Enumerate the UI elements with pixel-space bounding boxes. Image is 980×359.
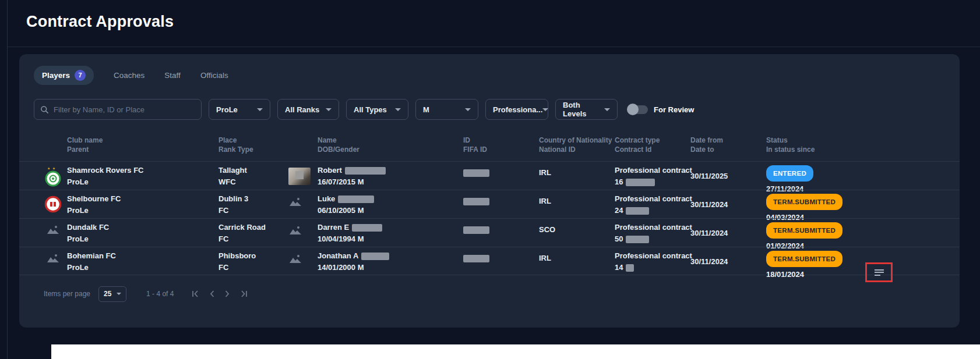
id-cell: [463, 253, 489, 264]
contract-type-dropdown[interactable]: Professiona...: [485, 99, 548, 120]
last-page-icon[interactable]: [239, 290, 248, 298]
filter-bar: ProLe All Ranks All Types M Professiona.…: [34, 99, 694, 120]
pagination-range: 1 - 4 of 4: [146, 290, 174, 298]
first-page-icon[interactable]: [191, 290, 200, 298]
table-row[interactable]: Shelbourne FC ProLe Dublin 3 FC Luke 06/…: [19, 190, 960, 218]
place: Tallaght: [218, 165, 247, 176]
levels-dropdown[interactable]: Both Levels: [555, 99, 618, 120]
items-per-page-label: Items per page: [44, 290, 90, 298]
page-size-dropdown[interactable]: 25: [98, 286, 126, 302]
chevron-down-icon: [542, 108, 548, 111]
tab-officials[interactable]: Officials: [200, 71, 228, 80]
for-review-toggle[interactable]: [628, 105, 648, 114]
club-parent: ProLe: [67, 176, 144, 188]
status-badge: TERM.SUBMITTED: [766, 222, 842, 239]
dob-gender: 10/04/1994 M: [318, 233, 382, 245]
name-cell: Luke 06/10/2005 M: [318, 193, 374, 216]
table-row[interactable]: Shamrock Rovers FC ProLe Tallaght WFC Ro…: [19, 161, 960, 190]
levels-dropdown-value: Both Levels: [563, 101, 604, 118]
place: Carrick Road: [218, 222, 266, 233]
header-divider: [8, 47, 980, 47]
status-cell: TERM.SUBMITTED 18/01/2024: [766, 251, 842, 280]
league-dropdown-value: ProLe: [216, 105, 238, 114]
redacted-block: [626, 207, 649, 215]
tab-players[interactable]: Players 7: [34, 66, 94, 85]
col-place: Place Rank Type: [218, 136, 253, 154]
status-since: 18/01/2024: [766, 269, 842, 280]
chevron-down-icon: [117, 293, 121, 295]
club-cell: Bohemian FC ProLe: [67, 250, 116, 273]
next-page-icon[interactable]: [224, 290, 231, 298]
table-header: Club name Parent Place Rank Type Name DO…: [19, 136, 960, 161]
col-status: Status In status since: [766, 136, 815, 154]
pagination-bar: Items per page 25 1 - 4 of 4: [44, 285, 248, 303]
country: IRL: [539, 253, 551, 264]
redacted-block: [463, 198, 489, 205]
id-cell: [463, 167, 489, 179]
club-name: Shamrock Rovers FC: [67, 165, 144, 176]
redacted-block: [626, 264, 634, 272]
types-dropdown[interactable]: All Types: [346, 99, 408, 120]
table-row[interactable]: Bohemian FC ProLe Phibsboro FC Jonathan …: [19, 247, 960, 275]
status-badge: TERM.SUBMITTED: [766, 194, 842, 210]
image-placeholder-icon: [288, 225, 302, 236]
search-input[interactable]: [54, 105, 195, 114]
page-size-value: 25: [104, 290, 111, 298]
status-badge: ENTERED: [766, 165, 813, 182]
rank-type: FC: [218, 205, 248, 216]
sidebar-edge-line: [7, 0, 8, 359]
country: SCO: [539, 224, 555, 236]
redacted-block: [352, 224, 382, 232]
club-crest-placeholder: [43, 224, 64, 239]
redacted-block: [361, 253, 389, 260]
player-photo-placeholder: [288, 196, 302, 211]
redacted-block: [463, 169, 489, 177]
country: IRL: [539, 167, 551, 179]
pager-buttons: [191, 290, 248, 298]
player-name: Luke: [318, 194, 335, 203]
club-crest-placeholder: [43, 253, 64, 268]
club-parent: ProLe: [67, 233, 109, 245]
ranks-dropdown[interactable]: All Ranks: [277, 99, 339, 120]
previous-page-icon[interactable]: [209, 290, 216, 298]
align-left-icon[interactable]: [875, 268, 884, 277]
redacted-block: [463, 226, 489, 234]
id-cell: [463, 196, 489, 207]
rank-type: FC: [218, 262, 256, 273]
league-dropdown[interactable]: ProLe: [209, 99, 270, 120]
date-from: 30/11/2024: [690, 256, 728, 268]
tab-coaches[interactable]: Coaches: [114, 71, 144, 80]
date-from-cell: 30/11/2024: [690, 256, 728, 268]
name-cell: Jonathan A 14/01/2000 M: [318, 250, 389, 273]
player-photo: [288, 168, 311, 185]
contract-type-dropdown-value: Professiona...: [493, 105, 542, 114]
tab-staff[interactable]: Staff: [164, 71, 181, 80]
club-name: Bohemian FC: [67, 250, 116, 262]
country-cell: SCO: [539, 224, 555, 236]
dob-gender: 06/10/2005 M: [318, 205, 374, 216]
gender-dropdown[interactable]: M: [415, 99, 478, 120]
date-from: 30/11/2024: [690, 199, 728, 211]
place: Phibsboro: [218, 250, 256, 262]
country-cell: IRL: [539, 253, 551, 264]
col-name: Name DOB/Gender: [318, 136, 359, 154]
table-row[interactable]: Dundalk FC ProLe Carrick Road FC Darren …: [19, 218, 960, 247]
col-contract: Contract type Contract Id: [615, 136, 660, 154]
players-count-badge: 7: [75, 70, 86, 81]
player-name: Jonathan A: [318, 251, 358, 260]
ranks-dropdown-value: All Ranks: [285, 105, 319, 114]
types-dropdown-value: All Types: [354, 105, 387, 114]
for-review-toggle-wrap: For Review: [628, 105, 694, 114]
player-photo-placeholder: [288, 253, 302, 268]
rank-type: WFC: [218, 176, 247, 188]
club-parent: ProLe: [67, 205, 121, 216]
col-country: Country of Nationality National ID: [539, 136, 612, 154]
redacted-block: [295, 171, 304, 179]
place-cell: Phibsboro FC: [218, 250, 256, 273]
search-box[interactable]: [34, 99, 202, 120]
status-badge: TERM.SUBMITTED: [766, 251, 842, 267]
contract-cell: Professional contract 16: [615, 165, 692, 188]
country-cell: IRL: [539, 196, 551, 207]
gender-dropdown-value: M: [423, 105, 429, 114]
country: IRL: [539, 196, 551, 207]
